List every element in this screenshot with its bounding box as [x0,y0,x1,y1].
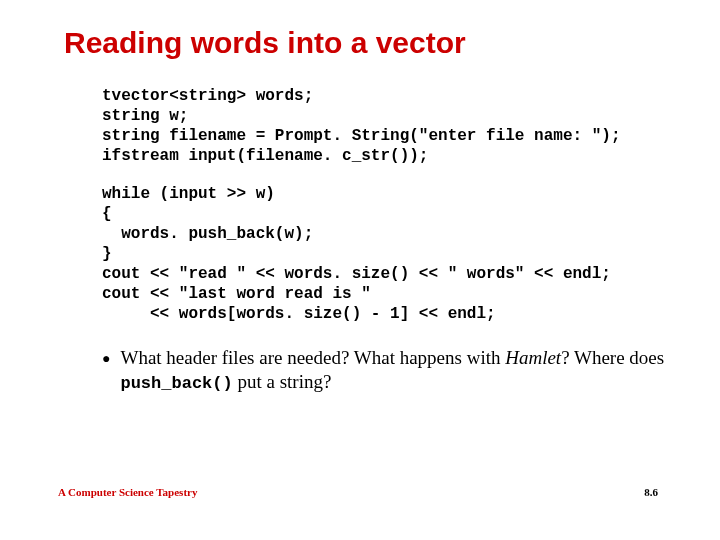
code-block-2: while (input >> w) { words. push_back(w)… [102,184,676,324]
slide: Reading words into a vector tvector<stri… [0,0,720,540]
bullet-suffix: put a string? [233,371,332,392]
bullet-prefix: What header files are needed? What happe… [120,347,505,368]
slide-title: Reading words into a vector [64,26,676,60]
bullet-item: ● What header files are needed? What hap… [102,346,676,394]
footer-left: A Computer Science Tapestry [58,486,197,498]
bullet-mid: ? Where does [561,347,664,368]
code-gap [44,166,676,184]
code-block-1: tvector<string> words; string w; string … [102,86,676,166]
footer-right: 8.6 [644,486,658,498]
bullet-dot-icon: ● [102,350,110,366]
bullet-mono: push_back() [120,374,232,393]
bullet-text: What header files are needed? What happe… [120,346,676,394]
bullet-italic: Hamlet [505,347,561,368]
